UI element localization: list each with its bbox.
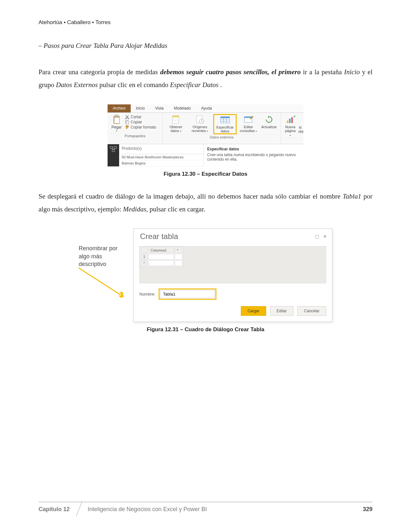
figure-2-wrap: Renombrar por algo más descriptivo Crear… (39, 228, 372, 333)
obje-label: N obje (298, 126, 302, 134)
origenes-button[interactable]: Orígenes recientes ▾ (187, 114, 213, 134)
group-label-datos-externos: Datos externos (165, 134, 278, 140)
svg-line-27 (79, 268, 124, 297)
grid-row1-num: 1 (141, 254, 148, 260)
svg-rect-24 (110, 146, 113, 148)
actualizar-label: Actualizar (261, 125, 277, 129)
page-footer: Capítulo 12 Inteligencia de Negocios con… (39, 502, 372, 513)
window-close-icon[interactable]: ✕ (323, 234, 327, 239)
para1-em-datos-externos: Datos Externos (56, 81, 98, 89)
recent-sources-icon (195, 115, 206, 124)
editar-caret-icon: ▾ (256, 130, 257, 133)
editar-label: Editar consultas (240, 125, 255, 133)
nueva-pagina-button[interactable]: Nueva página ▾ (284, 114, 297, 138)
grid-addcol-header[interactable]: * (175, 247, 182, 253)
product-row-1: 50 Must-Have Beethoven Masterpieces (119, 154, 204, 160)
para1-bold: debemos seguir cuatro pasos sencillos, e… (160, 68, 301, 76)
para2-text-e: pulsar clic en cargar. (150, 205, 205, 213)
grid-cell-1-1[interactable] (148, 254, 174, 260)
para2-em-medidas: Medidas, (123, 205, 148, 213)
table-name-input[interactable] (160, 290, 215, 298)
group-portapapeles: Pegar ▾ Cortar (108, 113, 163, 144)
cut-label: Cortar (131, 115, 141, 119)
table-grid-icon (220, 115, 231, 125)
ribbon-body: Pegar ▾ Cortar (108, 113, 303, 144)
especificar-label: Especificar datos (215, 125, 235, 133)
para2-em-tabla1: Tabla1 (343, 192, 361, 200)
format-painter-label: Copiar formato (131, 125, 156, 129)
model-view-icon[interactable] (110, 146, 117, 153)
para1-text-c: ir a la pestaña (303, 68, 344, 76)
footer-title: Inteligencia de Negocios con Excel y Pow… (88, 506, 354, 513)
para1-text-a: Para crear una categoría propia de medid… (39, 68, 160, 76)
tab-ayuda[interactable]: Ayuda (196, 104, 217, 112)
figure-2-caption: Figura 12.31 – Cuadro de Diálogo Crear T… (39, 326, 372, 333)
product-list-header: Producto(s) (119, 144, 204, 154)
section-subheading: – Pasos para Crear Tabla Para Alojar Med… (39, 42, 372, 50)
copy-label: Copiar (131, 120, 142, 124)
paragraph-2: Se desplegará el cuadro de diálogo de la… (39, 190, 372, 216)
ribbon-tabs: Archivo Inicio Vista Modelado Ayuda (108, 104, 303, 113)
para1-text-g: pulsar clic en el comando (100, 81, 170, 89)
group-label-portapapeles: Portapapeles (110, 133, 160, 138)
svg-rect-26 (112, 150, 115, 152)
page-header-authors: Atehortúa • Caballero • Torres (39, 19, 372, 26)
brush-icon (125, 125, 129, 129)
origenes-label: Orígenes recientes (192, 125, 207, 133)
paste-label: Pegar (111, 125, 122, 129)
group-insertar-partial: Nueva página ▾ N obje (281, 113, 303, 144)
nuevo-objeto-partial[interactable]: N obje (297, 114, 303, 134)
dialog-title: Crear tabla (140, 232, 178, 241)
mini-data-grid[interactable]: Columna1 * 1 * (140, 246, 183, 267)
origenes-caret-icon: ▾ (207, 130, 208, 133)
cut-button[interactable]: Cortar (125, 115, 156, 119)
svg-rect-25 (114, 146, 117, 148)
tooltip-title: Especificar datos (207, 147, 300, 151)
actualizar-button[interactable]: Actualizar (260, 114, 278, 130)
obtener-datos-button[interactable]: Obtener datos ▾ (165, 114, 187, 134)
editar-button[interactable]: Editar (270, 306, 293, 316)
format-painter-button[interactable]: Copiar formato (125, 125, 156, 129)
copy-button[interactable]: Copiar (125, 120, 156, 124)
svg-rect-22 (289, 119, 291, 123)
grid-col1-header[interactable]: Columna1 (148, 247, 174, 253)
footer-page-number: 329 (363, 506, 372, 513)
grid-cell-add-add (175, 260, 182, 266)
cancelar-button[interactable]: Cancelar (297, 306, 326, 316)
footer-chapter: Capítulo 12 (39, 506, 79, 513)
nueva-label: Nueva página (285, 125, 295, 133)
especificar-datos-button[interactable]: Especificar datos (213, 114, 237, 134)
obtener-caret-icon: ▾ (180, 130, 181, 133)
paragraph-1: Para crear una categoría propia de medid… (39, 66, 372, 92)
cargar-button[interactable]: Cargar (241, 306, 266, 316)
edit-queries-icon (243, 115, 254, 124)
grid-cell-add-1 (148, 260, 174, 266)
copy-icon (125, 120, 129, 124)
tab-inicio[interactable]: Inicio (131, 104, 150, 112)
para1-em-inicio: Inicio (344, 68, 360, 76)
window-maximize-icon[interactable]: ▢ (315, 234, 319, 239)
paste-button[interactable]: Pegar ▾ (110, 114, 123, 133)
tab-archivo[interactable]: Archivo (108, 104, 131, 112)
dialog-grid-area: Columna1 * 1 * (139, 246, 326, 283)
grid-addrow-num[interactable]: * (141, 260, 148, 266)
tooltip-body: Cree una tabla nueva escribiendo o pegan… (207, 153, 300, 162)
editar-consultas-button[interactable]: Editar consultas ▾ (237, 114, 260, 134)
svg-rect-21 (287, 120, 288, 123)
nav-sidebar-dark (108, 144, 119, 166)
svg-rect-6 (126, 121, 129, 124)
product-list: Producto(s) 50 Must-Have Beethoven Maste… (119, 144, 204, 166)
name-label: Nombre: (139, 292, 155, 297)
tab-vista[interactable]: Vista (150, 104, 169, 112)
para2-text-a: Se desplegará el cuadro de diálogo de la… (39, 192, 343, 200)
data-sheet-icon (171, 115, 181, 124)
tab-modelado[interactable]: Modelado (169, 104, 196, 112)
chart-page-icon (285, 115, 296, 124)
svg-rect-2 (114, 118, 119, 123)
figure-1-caption: Figura 12.30 – Especificar Datos (39, 171, 372, 177)
name-input-highlight (159, 288, 216, 300)
nueva-caret-icon: ▾ (290, 134, 291, 137)
figure-1-wrap: Archivo Inicio Vista Modelado Ayuda Pega… (39, 104, 372, 177)
ribbon-screenshot: Archivo Inicio Vista Modelado Ayuda Pega… (108, 104, 303, 166)
scissors-icon (125, 115, 129, 119)
